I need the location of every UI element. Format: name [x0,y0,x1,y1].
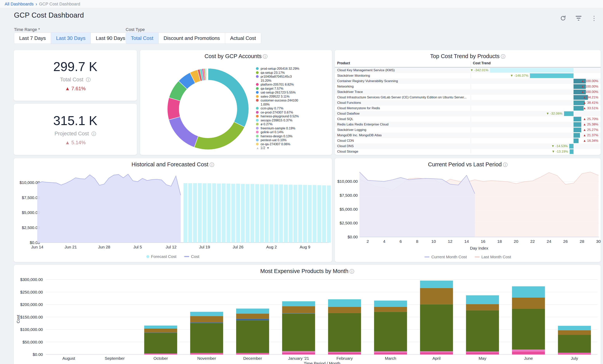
stacked-bar-segment[interactable] [144,329,177,333]
stacked-bar-segment[interactable] [328,307,361,313]
stacked-bar-segment[interactable] [374,300,407,307]
legend-item[interactable]: Forecast Cost [146,254,176,259]
stacked-bar-segment[interactable] [512,309,545,350]
stacked-bar-segment[interactable] [144,325,177,328]
cost-type-option[interactable]: Actual Cost [225,33,261,44]
stacked-bar-segment[interactable] [236,319,269,320]
donut-slice[interactable] [208,68,249,127]
stacked-bar-segment[interactable] [512,352,545,354]
info-icon[interactable]: ⓘ [501,54,505,59]
donut-legend-item[interactable]: ce-prod-274307 0.67% [256,110,330,114]
stacked-bar-segment[interactable] [282,301,315,306]
time-range-option[interactable]: Last 30 Days [51,33,91,44]
donut-legend-item[interactable]: ø 0.27% [256,122,330,126]
kebab-menu-icon[interactable]: ⋮ [591,15,598,22]
pager-down-icon[interactable]: ▼ [267,146,270,150]
stacked-bar-segment[interactable] [236,353,269,353]
stacked-bar-segment[interactable] [144,333,177,353]
stacked-bar-segment[interactable] [328,353,361,354]
stacked-bar-segment[interactable] [236,309,269,314]
donut-slice[interactable] [194,122,244,150]
info-icon[interactable]: ⓘ [92,131,96,136]
stacked-bar-segment[interactable] [190,353,223,353]
donut-legend-item[interactable]: platform-205701 8.82% [256,82,330,87]
donut-legend-item[interactable]: secops-239815 0.37% [256,118,330,122]
refresh-icon[interactable] [560,15,567,22]
stacked-bar-segment[interactable] [466,304,499,310]
donut-legend-item[interactable]: pr10406a87045145c3 15.20% [256,75,330,82]
time-range-option[interactable]: Last 7 Days [14,33,51,44]
stacked-bar-segment[interactable] [190,312,223,316]
info-icon[interactable]: ⓘ [263,54,267,59]
donut-legend-item[interactable]: sales-209522 3.11% [256,95,330,99]
stacked-bar-segment[interactable] [236,313,269,319]
stacked-bar-segment[interactable] [190,322,223,323]
stacked-bar-segment[interactable] [374,353,407,354]
stacked-bar-segment[interactable] [466,310,499,352]
stacked-bar-segment[interactable] [420,304,453,352]
stacked-bar-segment[interactable] [420,352,453,354]
donut-legend-item[interactable]: qa-setup 23.17% [256,71,330,75]
stacked-bar-segment[interactable] [144,353,177,354]
stacked-bar-segment[interactable] [328,299,361,307]
stacked-bar-segment[interactable] [374,307,407,312]
stacked-bar-segment[interactable] [558,330,591,335]
stacked-bar-segment[interactable] [190,316,223,322]
stacked-bar-segment[interactable] [374,312,407,351]
stacked-bar-segment[interactable] [558,335,591,353]
pager-up-icon[interactable]: ▲ [256,146,259,150]
donut-slice[interactable] [208,68,208,80]
stacked-bar-segment[interactable] [282,313,315,351]
stacked-bar-segment[interactable] [328,352,361,353]
donut-legend-item[interactable]: harness-playground 0.52% [256,114,330,118]
stacked-bar-segment[interactable] [190,353,223,354]
stacked-bar-segment[interactable] [558,353,591,354]
donut-legend-item[interactable]: ce-qa-274307 0.06% [256,142,330,146]
stacked-bar-segment[interactable] [282,351,315,353]
stacked-bar-segment[interactable] [282,353,315,354]
legend-item[interactable]: Cost [184,254,199,259]
donut-legend-item[interactable]: customer-success-244100 1.00% [256,98,330,106]
stacked-bar-segment[interactable] [420,288,453,304]
stacked-bar-segment[interactable] [236,353,269,354]
stacked-bar-segment[interactable] [466,295,499,304]
donut-legend-item[interactable]: freemium-sample 0.19% [256,126,330,130]
cost-type-option[interactable]: Discount and Promotions [159,33,225,44]
stacked-bar-segment[interactable] [558,353,591,353]
stacked-bar-segment[interactable] [144,354,177,354]
stacked-bar-segment[interactable] [236,320,269,353]
donut-slice[interactable] [169,117,198,147]
legend-item[interactable]: Current Month Cost [424,255,467,259]
stacked-bar-segment[interactable] [328,313,361,352]
stacked-bar-segment[interactable] [558,326,591,330]
stacked-bar-segment[interactable] [144,332,177,333]
stacked-bar-segment[interactable] [374,351,407,353]
donut-legend-item[interactable]: prod-setup-205416 32.29% [256,66,330,71]
time-range-option[interactable]: Last 90 Days [91,33,130,44]
donut-legend-item[interactable]: golink-url 0.14% [256,130,330,134]
table-row: MongoDB Inc. MongoDB Atlas▲ 21.37% [335,133,601,138]
donut-legend-item[interactable]: qa-target 7.57% [256,87,330,91]
cost-type-option[interactable]: Total Cost [126,33,159,44]
donut-legend-item[interactable]: uat-setup-261723 5.55% [256,90,330,95]
stacked-bar-segment[interactable] [420,351,453,352]
donut-legend-item[interactable]: pentest-uat 0.10% [256,138,330,142]
breadcrumb-all-dashboards-link[interactable]: All Dashboards [5,1,34,7]
stacked-bar-segment[interactable] [466,352,499,352]
filter-icon[interactable] [575,15,582,22]
stacked-bar-segment[interactable] [282,313,315,314]
legend-item[interactable]: Last Month Cost [475,255,511,259]
product-name: Stackdriver Monitoring [337,74,370,78]
stacked-bar-segment[interactable] [512,298,545,309]
stacked-bar-segment[interactable] [190,323,223,353]
stacked-bar-segment[interactable] [282,306,315,313]
stacked-bar-segment[interactable] [466,352,499,354]
donut-slice[interactable] [167,98,180,120]
stacked-bar-segment[interactable] [420,281,453,288]
donut-legend-item[interactable]: ccm-play 0.77% [256,106,330,110]
legend-dot-icon [256,119,259,121]
info-icon[interactable]: ⓘ [86,77,91,82]
stacked-bar-segment[interactable] [512,286,545,298]
donut-legend-item[interactable]: harness-design 0.13% [256,134,330,138]
stacked-bar-segment[interactable] [512,350,545,352]
